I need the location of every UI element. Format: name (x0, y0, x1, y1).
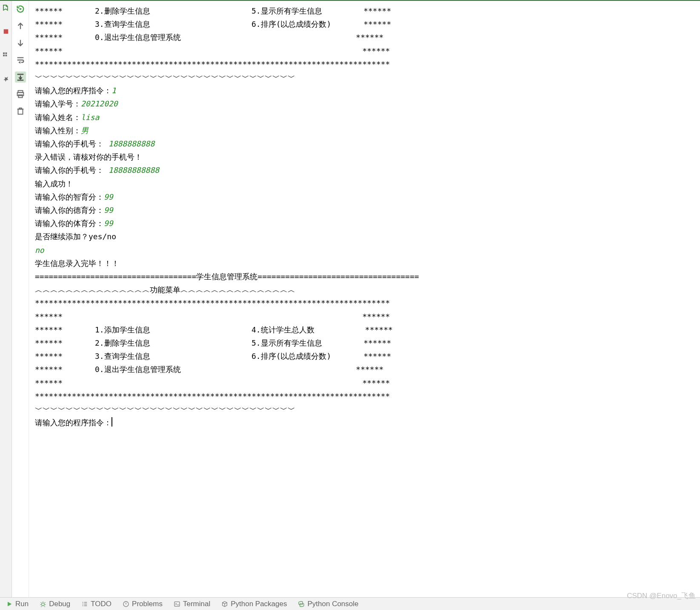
user-input: no (35, 246, 44, 255)
structure-icon[interactable] (2, 51, 10, 60)
tab-label: TODO (91, 600, 111, 608)
menu-row: ****** ****** (35, 46, 390, 55)
menu-row: ****** 2.删除学生信息 5.显示所有学生信息 ****** (35, 338, 391, 347)
bookmark-icon[interactable] (2, 3, 10, 12)
menu-row: ****** 0.退出学生信息管理系统 ****** (35, 33, 383, 42)
menu-stars: ****************************************… (35, 60, 390, 69)
prompt: 请输入学号： (35, 99, 81, 108)
svg-rect-2 (3, 55, 5, 57)
prompt: 请输入您的程序指令： (35, 86, 111, 95)
tab-python-console[interactable]: Python Console (298, 600, 358, 608)
svg-rect-3 (5, 52, 7, 54)
stop-icon[interactable] (2, 27, 10, 36)
menu-row: ****** 2.删除学生信息 5.显示所有学生信息 ****** (35, 6, 391, 15)
svg-rect-4 (5, 55, 7, 57)
tab-debug[interactable]: Debug (40, 600, 70, 608)
svg-rect-11 (174, 601, 180, 606)
menu-stars: ****************************************… (35, 392, 390, 401)
error-text: 录入错误，请核对你的手机号！ (35, 152, 142, 161)
tab-python-packages[interactable]: Python Packages (221, 600, 287, 608)
console-output[interactable]: ****** 2.删除学生信息 5.显示所有学生信息 ****** ******… (29, 1, 700, 610)
prompt: 请输入你的德育分： (35, 206, 104, 215)
success-text: 输入成功！ (35, 179, 73, 188)
prompt: 请输入性别： (35, 126, 81, 135)
prompt: 请输入你的手机号： (35, 139, 109, 148)
prompt: 请输入你的智育分： (35, 192, 104, 201)
tab-label: Run (15, 600, 29, 608)
user-input: lisa (81, 113, 99, 122)
watermark-text: CSDN @Enovo_飞鱼 (627, 591, 696, 601)
arrow-up-icon[interactable] (15, 20, 26, 32)
run-toolbar (12, 1, 29, 610)
title-bar: ===================================学生信息管… (35, 272, 419, 281)
user-input: 99 (104, 206, 113, 215)
menu-row: ****** ****** (35, 378, 390, 387)
svg-rect-1 (3, 52, 5, 54)
menu-row: ****** 3.查询学生信息 6.排序(以总成绩分数) ****** (35, 20, 391, 29)
menu-waves: ﹀﹀﹀﹀﹀﹀﹀﹀﹀﹀﹀﹀﹀﹀﹀﹀﹀﹀﹀﹀﹀﹀﹀﹀﹀﹀﹀﹀﹀﹀﹀﹀﹀﹀ (35, 405, 295, 414)
menu-stars: ****************************************… (35, 298, 390, 307)
prompt: 请输入你的手机号： (35, 166, 109, 175)
user-input: 99 (104, 219, 113, 228)
left-toolbar (0, 1, 12, 610)
arrow-down-icon[interactable] (15, 37, 26, 49)
tab-label: Python Console (307, 600, 358, 608)
prompt: 请输入姓名： (35, 113, 81, 122)
user-input: 1 (111, 86, 116, 95)
prompt: 是否继续添加？yes/no (35, 232, 116, 241)
tab-run[interactable]: Run (6, 600, 29, 608)
menu-row: ****** 0.退出学生信息管理系统 ****** (35, 365, 383, 374)
prompt: 请输入您的程序指令： (35, 418, 111, 427)
tab-todo[interactable]: TODO (81, 600, 111, 608)
done-text: 学生信息录入完毕！！！ (35, 259, 119, 268)
user-input: 男 (81, 126, 89, 135)
tab-problems[interactable]: Problems (123, 600, 163, 608)
soft-wrap-icon[interactable] (15, 54, 26, 66)
user-input: 18888888888 (109, 166, 159, 175)
rerun-icon[interactable] (15, 3, 26, 14)
pin-icon[interactable] (0, 73, 12, 85)
menu-row: ****** 3.查询学生信息 6.排序(以总成绩分数) ****** (35, 352, 391, 361)
prompt: 请输入你的体育分： (35, 219, 104, 228)
svg-point-9 (42, 603, 45, 606)
user-input: 20212020 (81, 99, 118, 108)
tab-label: Debug (49, 600, 70, 608)
menu-bar: ︿︿︿︿︿︿︿︿︿︿︿︿︿︿︿功能菜单︿︿︿︿︿︿︿︿︿︿︿︿︿︿︿ (35, 285, 295, 294)
tab-terminal[interactable]: Terminal (174, 600, 210, 608)
tab-label: Problems (132, 600, 163, 608)
tab-label: Terminal (183, 600, 210, 608)
bottom-tool-window-bar: Run Debug TODO Problems Terminal Python … (0, 597, 700, 610)
user-input: 99 (104, 192, 113, 201)
svg-rect-0 (3, 29, 8, 34)
menu-row: ****** 1.添加学生信息 4.统计学生总人数 ****** (35, 325, 393, 334)
user-input: 1888888888 (109, 139, 154, 148)
scroll-to-end-icon[interactable] (15, 72, 26, 83)
print-icon[interactable] (15, 89, 26, 100)
svg-rect-7 (18, 95, 22, 97)
menu-row: ****** ****** (35, 312, 390, 321)
input-cursor[interactable] (111, 417, 112, 427)
menu-waves: ﹀﹀﹀﹀﹀﹀﹀﹀﹀﹀﹀﹀﹀﹀﹀﹀﹀﹀﹀﹀﹀﹀﹀﹀﹀﹀﹀﹀﹀﹀﹀﹀﹀﹀ (35, 73, 295, 82)
trash-icon[interactable] (15, 106, 26, 117)
svg-rect-8 (18, 109, 23, 114)
tab-label: Python Packages (231, 600, 287, 608)
